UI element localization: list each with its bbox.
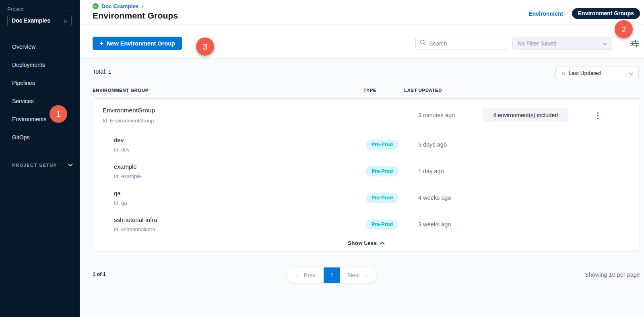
current-page-button[interactable]: 1 xyxy=(324,267,340,283)
sort-dropdown[interactable]: ↑↓ Last Updated xyxy=(555,66,639,80)
page-info: 1 of 1 xyxy=(93,271,106,277)
left-arrow-icon: ← xyxy=(295,272,301,278)
environment-group-row[interactable]: EnvironmentGroup Id: EnvironmentGroup 3 … xyxy=(103,99,630,131)
tab-environment-groups[interactable]: Environment Groups xyxy=(572,8,640,19)
plus-icon: + xyxy=(99,40,103,47)
project-setup-label: PROJECT SETUP xyxy=(12,163,57,168)
per-page-info: Showing 10 per page xyxy=(585,271,640,278)
group-name: EnvironmentGroup xyxy=(103,107,366,114)
saved-filter-select[interactable]: No Filter Saved xyxy=(512,37,612,50)
project-label: Project xyxy=(7,6,80,12)
breadcrumb-project-link[interactable]: Doc Examples xyxy=(101,3,138,9)
group-name-cell: EnvironmentGroup Id: EnvironmentGroup xyxy=(103,107,366,124)
sidebar-item-deployments[interactable]: Deployments xyxy=(0,56,80,74)
column-type: TYPE xyxy=(363,88,404,93)
kebab-menu-icon[interactable]: ⋮ xyxy=(592,110,604,121)
preprod-badge: Pre-Prod xyxy=(366,140,398,150)
chevron-down-icon xyxy=(68,164,73,167)
sidebar-item-environments[interactable]: Environments xyxy=(0,110,80,128)
preprod-badge: Pre-Prod xyxy=(366,193,398,203)
chevron-up-icon xyxy=(380,240,385,246)
pagination: 1 of 1 ← Prev 1 Next → Showing 10 per pa… xyxy=(93,267,640,283)
env-type-cell: Pre-Prod xyxy=(366,220,418,230)
saved-filter-value: No Filter Saved xyxy=(518,40,556,47)
show-less-toggle[interactable]: Show Less xyxy=(103,238,630,251)
preprod-badge: Pre-Prod xyxy=(366,220,398,230)
column-last-updated: LAST UPDATED xyxy=(404,88,640,93)
project-name: Doc Examples xyxy=(12,17,50,24)
annotation-badge-1: 1 xyxy=(50,105,67,123)
environment-green-icon: ∞ xyxy=(93,3,99,9)
env-name-cell: example Id: example xyxy=(103,163,366,179)
right-arrow-icon: → xyxy=(363,272,369,278)
env-name-cell: ssh-tutorial-infra Id: sshtutorialinfra xyxy=(103,216,366,232)
double-chevron-icon: » xyxy=(64,18,67,24)
search-input[interactable] xyxy=(429,40,503,47)
toolbar: + New Environment Group No Filter Saved xyxy=(80,25,644,59)
breadcrumb-separator-icon: › xyxy=(141,3,143,9)
environment-row-example[interactable]: example Id: example Pre-Prod 1 day ago xyxy=(103,158,630,184)
next-page-button[interactable]: Next → xyxy=(340,267,376,283)
sidebar-item-gitops[interactable]: GitOps xyxy=(0,128,80,146)
page: Project Doc Examples » Overview Deployme… xyxy=(0,0,644,317)
new-environment-group-label: New Environment Group xyxy=(107,40,175,47)
toolbar-right: No Filter Saved xyxy=(415,37,640,50)
pager-pill: ← Prev 1 Next → xyxy=(287,267,377,283)
search-box xyxy=(415,37,507,50)
environment-row-dev[interactable]: dev Id: dev Pre-Prod 5 days ago xyxy=(103,131,630,158)
header-tabs: Environment Environment Groups xyxy=(528,8,640,19)
sort-value: Last Updated xyxy=(569,70,629,76)
project-selector[interactable]: Doc Examples » xyxy=(7,15,72,26)
tab-environment[interactable]: Environment xyxy=(528,10,563,17)
sidebar-nav: Overview Deployments Pipelines Services … xyxy=(0,37,80,146)
filter-sliders-icon[interactable] xyxy=(630,39,639,48)
environment-row-ssh-tutorial-infra[interactable]: ssh-tutorial-infra Id: sshtutorialinfra … xyxy=(103,211,630,238)
search-icon xyxy=(420,39,426,47)
chevron-down-icon xyxy=(629,70,633,77)
table-header: ENVIRONMENT GROUP TYPE LAST UPDATED xyxy=(93,88,640,93)
environments-included-badge: 4 environment(s) included xyxy=(483,108,568,122)
main-area: ∞ Doc Examples › Environment Groups Envi… xyxy=(80,0,644,317)
prev-page-button[interactable]: ← Prev xyxy=(287,267,324,283)
group-id: Id: EnvironmentGroup xyxy=(103,118,366,124)
sidebar-item-overview[interactable]: Overview xyxy=(0,37,80,56)
sidebar-item-pipelines[interactable]: Pipelines xyxy=(0,74,80,92)
environment-group-card: EnvironmentGroup Id: EnvironmentGroup 3 … xyxy=(93,98,640,251)
env-type-cell: Pre-Prod xyxy=(366,140,418,150)
preprod-badge: Pre-Prod xyxy=(366,166,398,176)
show-less-label: Show Less xyxy=(348,240,377,246)
project-setup-toggle[interactable]: PROJECT SETUP xyxy=(12,163,80,168)
sidebar-divider xyxy=(7,152,72,152)
env-name-cell: dev Id: dev xyxy=(103,137,366,153)
new-environment-group-button[interactable]: + New Environment Group xyxy=(93,37,182,50)
column-environment-group: ENVIRONMENT GROUP xyxy=(93,88,363,93)
sidebar-item-services[interactable]: Services xyxy=(0,92,80,110)
environment-row-qa[interactable]: qa Id: qa Pre-Prod 4 weeks ago xyxy=(103,184,630,211)
env-type-cell: Pre-Prod xyxy=(366,166,418,176)
env-name-cell: qa Id: qa xyxy=(103,190,366,206)
content-area: Total: 1 ↑↓ Last Updated ENVIRONMENT GRO… xyxy=(80,59,644,317)
page-header: ∞ Doc Examples › Environment Groups Envi… xyxy=(80,0,644,25)
sort-arrows-icon: ↑↓ xyxy=(561,70,565,76)
annotation-badge-2: 2 xyxy=(615,20,633,38)
sidebar: Project Doc Examples » Overview Deployme… xyxy=(0,0,80,317)
group-last-updated: 3 minutes ago xyxy=(418,112,483,118)
env-type-cell: Pre-Prod xyxy=(366,193,418,203)
chevron-down-icon xyxy=(603,40,607,47)
annotation-badge-3: 3 xyxy=(196,37,214,56)
